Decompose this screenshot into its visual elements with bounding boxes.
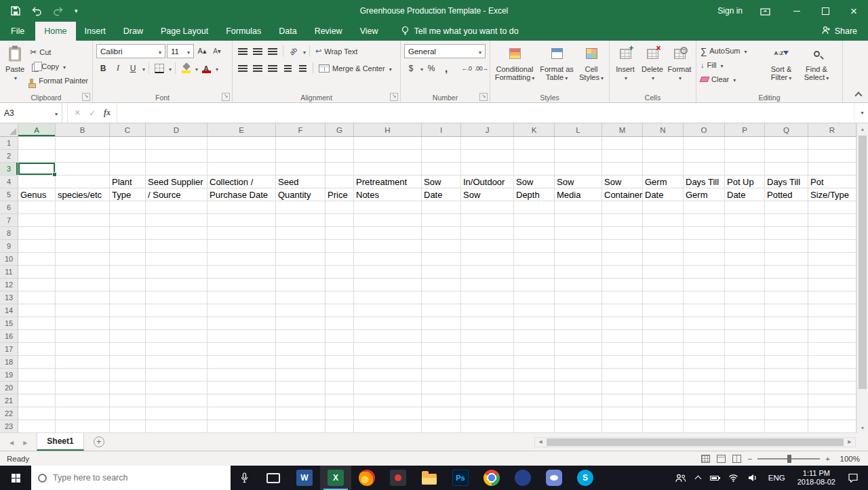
cell-A16[interactable] <box>18 330 56 343</box>
cell-I8[interactable] <box>422 227 461 240</box>
cancel-button[interactable] <box>71 106 84 120</box>
cell-H21[interactable] <box>354 394 422 407</box>
cell-H17[interactable] <box>354 343 422 356</box>
row-header-10[interactable]: 10 <box>0 253 18 266</box>
cell-O13[interactable] <box>684 291 725 304</box>
cell-R14[interactable] <box>808 304 856 317</box>
cell-G15[interactable] <box>326 317 354 330</box>
cell-J20[interactable] <box>461 382 514 394</box>
col-header-K[interactable]: K <box>514 123 555 136</box>
cell-K18[interactable] <box>514 356 555 369</box>
cell-F16[interactable] <box>276 330 326 343</box>
cell-K22[interactable] <box>514 407 555 420</box>
cell-L5[interactable]: Media <box>555 188 602 201</box>
format-painter-button[interactable]: Format Painter <box>28 74 90 87</box>
cell-H3[interactable] <box>354 163 422 176</box>
cell-K10[interactable] <box>514 253 555 266</box>
row-header-5[interactable]: 5 <box>0 188 18 201</box>
cell-M21[interactable] <box>602 394 643 407</box>
cell-D16[interactable] <box>146 330 208 343</box>
cell-R15[interactable] <box>808 317 856 330</box>
start-button[interactable] <box>0 466 31 490</box>
cell-Q21[interactable] <box>765 394 808 407</box>
cell-H22[interactable] <box>354 407 422 420</box>
cell-O8[interactable] <box>684 227 725 240</box>
cell-H19[interactable] <box>354 369 422 382</box>
wrap-text-button[interactable]: Wrap Text <box>313 45 359 58</box>
cell-H16[interactable] <box>354 330 422 343</box>
cell-F18[interactable] <box>276 356 326 369</box>
cell-F17[interactable] <box>276 343 326 356</box>
cell-Q23[interactable] <box>765 420 808 433</box>
tab-draw[interactable]: Draw <box>115 22 152 41</box>
network-icon[interactable] <box>724 474 743 482</box>
cell-K4[interactable]: Sow <box>514 176 555 188</box>
col-header-F[interactable]: F <box>276 123 326 136</box>
cell-P8[interactable] <box>725 227 765 240</box>
cell-B12[interactable] <box>56 279 110 291</box>
cell-K5[interactable]: Depth <box>514 188 555 201</box>
cell-C18[interactable] <box>110 356 146 369</box>
cell-Q15[interactable] <box>765 317 808 330</box>
cell-J1[interactable] <box>461 137 514 150</box>
taskbar-clock[interactable]: 1:11 PM 2018-08-02 <box>791 469 842 487</box>
cell-J9[interactable] <box>461 240 514 253</box>
cell-J11[interactable] <box>461 266 514 279</box>
cell-R18[interactable] <box>808 356 856 369</box>
cell-F23[interactable] <box>276 420 326 433</box>
cell-L20[interactable] <box>555 382 602 394</box>
cell-L13[interactable] <box>555 291 602 304</box>
cell-O1[interactable] <box>684 137 725 150</box>
cell-J8[interactable] <box>461 227 514 240</box>
col-header-J[interactable]: J <box>461 123 514 136</box>
cell-H13[interactable] <box>354 291 422 304</box>
app-dark-blue-icon[interactable] <box>507 466 538 490</box>
row-header-21[interactable]: 21 <box>0 394 18 407</box>
cell-E20[interactable] <box>208 382 276 394</box>
cell-O9[interactable] <box>684 240 725 253</box>
cell-A11[interactable] <box>18 266 56 279</box>
cell-L17[interactable] <box>555 343 602 356</box>
cell-J2[interactable] <box>461 150 514 163</box>
cell-R4[interactable]: Pot <box>808 176 856 188</box>
cell-M10[interactable] <box>602 253 643 266</box>
cell-P18[interactable] <box>725 356 765 369</box>
cell-D15[interactable] <box>146 317 208 330</box>
cell-M16[interactable] <box>602 330 643 343</box>
cell-N14[interactable] <box>643 304 684 317</box>
photoshop-icon[interactable]: Ps <box>445 466 476 490</box>
alignment-dialog-launcher[interactable] <box>390 93 398 101</box>
cell-N8[interactable] <box>643 227 684 240</box>
cell-J3[interactable] <box>461 163 514 176</box>
row-header-23[interactable]: 23 <box>0 420 18 433</box>
cell-N21[interactable] <box>643 394 684 407</box>
cell-Q6[interactable] <box>765 201 808 214</box>
col-header-E[interactable]: E <box>208 123 276 136</box>
zoom-in-icon[interactable] <box>825 455 830 463</box>
taskbar-search[interactable] <box>31 466 231 490</box>
tell-me-box[interactable]: Tell me what you want to do <box>401 22 519 41</box>
cell-J16[interactable] <box>461 330 514 343</box>
cell-Q10[interactable] <box>765 253 808 266</box>
cell-D17[interactable] <box>146 343 208 356</box>
cell-H7[interactable] <box>354 214 422 227</box>
cell-Q8[interactable] <box>765 227 808 240</box>
cell-D22[interactable] <box>146 407 208 420</box>
cell-D18[interactable] <box>146 356 208 369</box>
cell-L19[interactable] <box>555 369 602 382</box>
cell-F20[interactable] <box>276 382 326 394</box>
cell-G4[interactable] <box>326 176 354 188</box>
cell-B2[interactable] <box>56 150 110 163</box>
cell-A10[interactable] <box>18 253 56 266</box>
cell-G6[interactable] <box>326 201 354 214</box>
cell-C9[interactable] <box>110 240 146 253</box>
zoom-out-icon[interactable] <box>748 455 753 463</box>
cell-L18[interactable] <box>555 356 602 369</box>
cell-B13[interactable] <box>56 291 110 304</box>
cell-N20[interactable] <box>643 382 684 394</box>
cell-G11[interactable] <box>326 266 354 279</box>
tab-insert[interactable]: Insert <box>76 22 115 41</box>
tab-home[interactable]: Home <box>35 22 75 41</box>
cell-P23[interactable] <box>725 420 765 433</box>
cell-D11[interactable] <box>146 266 208 279</box>
